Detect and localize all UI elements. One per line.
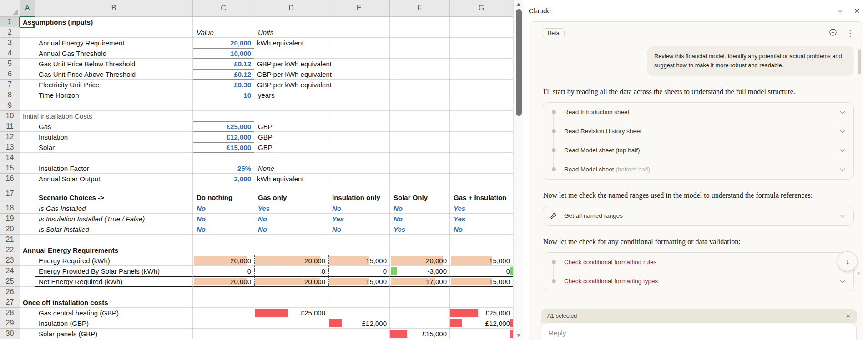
cell-E30[interactable] [328,329,390,339]
cell-G30[interactable] [450,329,513,339]
cell-B19[interactable]: Is Insulation Installed (True / False) [35,214,193,224]
cell-G12[interactable] [450,132,513,142]
cell-E20[interactable]: No [328,224,390,235]
cell-B17[interactable]: Scenario Choices -> [35,184,193,203]
cell-E14[interactable] [328,153,390,163]
column-header-C[interactable]: C [193,0,254,17]
cell-F30[interactable]: £15,000 [390,329,450,339]
cell-F8[interactable] [390,90,450,100]
cell-D6[interactable]: GBP per kWh equivalent [254,69,328,80]
cell-E12[interactable] [328,132,390,142]
row-header-11[interactable]: 11 [0,121,20,132]
cell-G6[interactable] [450,69,513,80]
row-header-6[interactable]: 6 [0,69,20,80]
cell-D14[interactable] [254,153,328,163]
cell-D4[interactable] [254,48,328,59]
cell-A13[interactable] [20,142,35,153]
cell-A9[interactable] [20,100,35,111]
cell-G26[interactable] [450,287,513,297]
cell-D27[interactable] [254,297,328,308]
cell-E1[interactable] [328,17,390,27]
cell-D12[interactable]: GBP [254,132,328,142]
cell-E27[interactable] [328,297,390,308]
cell-G27[interactable] [450,297,513,308]
tool-row[interactable]: Read Introduction sheet [543,103,853,122]
cell-F28[interactable] [390,308,450,318]
row-header-1[interactable]: 1 [0,17,20,27]
cell-C3[interactable]: 20,000 [193,38,254,48]
row-header-7[interactable]: 7 [0,80,20,90]
row-header-24[interactable]: 24 [0,266,20,276]
cell-A25[interactable] [20,276,35,287]
row-header-18[interactable]: 18 [0,203,20,214]
cell-F15[interactable] [390,163,450,174]
cell-D3[interactable]: kWh equivalent [254,38,328,48]
cell-D24[interactable]: 0 [254,266,328,276]
cell-C26[interactable] [193,287,254,297]
row-header-8[interactable]: 8 [0,90,20,100]
cell-C10[interactable] [193,111,254,121]
tool-row[interactable]: Check conditional formatting rules [543,253,853,272]
cell-D19[interactable]: No [254,214,328,224]
cell-F3[interactable] [390,38,450,48]
cell-E18[interactable]: No [328,203,390,214]
new-chat-icon[interactable] [829,28,837,38]
cell-D11[interactable]: GBP [254,121,328,132]
cell-G17[interactable]: Gas + Insulation [450,184,513,203]
cell-A2[interactable] [20,27,35,38]
scrollbar-up-arrow-icon[interactable] [516,3,521,6]
cell-A24[interactable] [20,266,35,276]
cell-F13[interactable] [390,142,450,153]
cell-C19[interactable]: No [193,214,254,224]
cell-G14[interactable] [450,153,513,163]
cell-C29[interactable] [193,318,254,329]
cell-C15[interactable]: 25% [193,163,254,174]
cell-F16[interactable] [390,174,450,184]
column-header-F[interactable]: F [390,0,450,17]
cell-D13[interactable]: GBP [254,142,328,153]
cell-D15[interactable]: None [254,163,328,174]
cell-A19[interactable] [20,214,35,224]
cell-D30[interactable] [254,329,328,339]
close-icon[interactable]: ✕ [854,7,860,14]
select-all-corner[interactable] [0,0,20,17]
cell-E5[interactable] [328,59,390,69]
cell-E4[interactable] [328,48,390,59]
row-header-3[interactable]: 3 [0,38,20,48]
cell-D22[interactable] [254,245,328,255]
cell-D10[interactable] [254,111,328,121]
row-header-2[interactable]: 2 [0,27,20,38]
cell-G2[interactable] [450,27,513,38]
cell-B7[interactable]: Electricity Unit Price [35,80,193,90]
cell-C14[interactable] [193,153,254,163]
cell-A28[interactable] [20,308,35,318]
cell-A16[interactable] [20,174,35,184]
scrollbar-thumb[interactable] [516,9,522,116]
cell-F21[interactable] [390,235,450,245]
cell-D29[interactable] [254,318,328,329]
cell-G22[interactable] [450,245,513,255]
cell-E26[interactable] [328,287,390,297]
row-header-5[interactable]: 5 [0,59,20,69]
cell-F22[interactable] [390,245,450,255]
cell-C30[interactable] [193,329,254,339]
column-header-D[interactable]: D [254,0,328,17]
selection-chip-close-icon[interactable]: ✕ [846,313,850,319]
cell-G4[interactable] [450,48,513,59]
cell-F7[interactable] [390,80,450,90]
cell-A3[interactable] [20,38,35,48]
row-header-19[interactable]: 19 [0,214,20,224]
cell-F14[interactable] [390,153,450,163]
row-header-4[interactable]: 4 [0,48,20,59]
row-header-30[interactable]: 30 [0,329,20,339]
cell-D21[interactable] [254,235,328,245]
cell-A20[interactable] [20,224,35,235]
cell-G25[interactable]: 15,000 [450,276,513,287]
cell-G1[interactable] [450,17,513,27]
cell-E19[interactable]: Yes [328,214,390,224]
cell-C18[interactable]: No [193,203,254,214]
cell-C21[interactable] [193,235,254,245]
cell-B28[interactable]: Gas central heating (GBP) [35,308,193,318]
row-header-9[interactable]: 9 [0,100,20,111]
cell-C9[interactable] [193,100,254,111]
